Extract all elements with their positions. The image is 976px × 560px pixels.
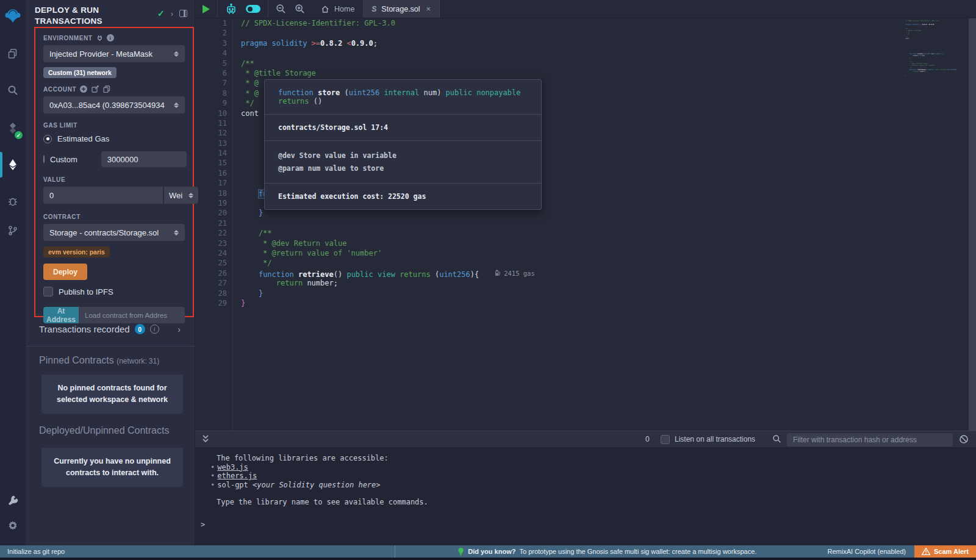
scam-alert-button[interactable]: Scam Alert	[914, 545, 976, 558]
git-icon[interactable]	[0, 218, 26, 243]
code-token: return	[913, 71, 919, 73]
code-token: store	[318, 88, 344, 97]
code-line[interactable]: 25 */	[241, 258, 967, 268]
copy-account-icon[interactable]	[103, 85, 110, 93]
value-unit-select[interactable]: Wei	[164, 187, 198, 204]
clear-terminal-icon[interactable]	[959, 434, 969, 447]
code-token: public	[936, 53, 941, 55]
line-number: 23	[195, 239, 227, 248]
account-select[interactable]: 0xA03...85ac4 (0.398673504934	[43, 96, 185, 113]
custom-gas-input[interactable]	[101, 151, 187, 167]
code-line[interactable]: 23 * @dev Return value	[241, 239, 967, 248]
code-line[interactable]: 28 }	[241, 289, 967, 298]
debugger-icon[interactable]	[0, 189, 26, 214]
code-token: pragma solidity	[905, 24, 920, 26]
terminal-prompt[interactable]: >	[201, 520, 205, 529]
terminal-toolbar: 0 Listen on all transactions	[195, 431, 976, 447]
value-input[interactable]	[43, 187, 163, 204]
code-token: }	[241, 299, 245, 307]
active-plugin-indicator	[0, 152, 2, 178]
code-token: returns	[939, 69, 946, 71]
code-token: uint256	[948, 69, 955, 71]
code-editor[interactable]: 1// SPDX-License-Identifier: GPL-3.023pr…	[195, 18, 976, 431]
ai-copilot-toggle[interactable]	[246, 5, 260, 13]
plugin-manager-icon[interactable]	[0, 488, 26, 512]
editor-minimap[interactable]: // SPDX-License-Identifier: GPL-3.0pragm…	[905, 20, 964, 130]
code-token: 0.9.0	[351, 39, 373, 48]
terminal-tx-count: 0	[645, 435, 650, 443]
settings-icon[interactable]	[0, 514, 26, 538]
zoom-out-icon[interactable]	[276, 4, 286, 14]
code-token	[241, 279, 276, 287]
environment-info-icon[interactable]: i	[107, 34, 114, 41]
terminal-search-icon[interactable]	[772, 434, 781, 446]
deploy-run-icon[interactable]	[0, 153, 26, 177]
panel-layout-icon[interactable]	[179, 10, 187, 17]
library-link[interactable]: ethers.js	[217, 472, 257, 480]
code-token	[241, 190, 259, 198]
line-number: 29	[195, 298, 227, 308]
bottom-strip	[0, 558, 976, 560]
code-token: internal	[384, 88, 419, 97]
close-tab-icon[interactable]: ×	[426, 4, 431, 13]
run-script-icon[interactable]	[203, 5, 210, 13]
listen-all-checkbox[interactable]	[661, 435, 670, 444]
plug-icon[interactable]	[96, 35, 103, 41]
solidity-compiler-icon[interactable]: ✓	[0, 116, 26, 140]
environment-select[interactable]: Injected Provider - MetaMask	[43, 45, 185, 62]
code-token: number;	[919, 71, 927, 73]
terminal-text-row: •sol-gpt <your Solidity question here>	[195, 481, 976, 490]
code-line[interactable]: 1// SPDX-License-Identifier: GPL-3.0	[241, 18, 967, 28]
zoom-in-icon[interactable]	[295, 4, 305, 14]
deployed-contracts-empty: Currently you have no unpinned contracts…	[41, 448, 183, 487]
contract-select[interactable]: Storage - contracts/Storage.sol	[43, 224, 185, 241]
line-number: 25	[195, 258, 227, 268]
chevron-updown-icon	[188, 193, 193, 198]
tab-storage-sol[interactable]: S Storage.sol ×	[363, 0, 440, 18]
file-explorer-icon[interactable]	[0, 41, 26, 66]
code-line[interactable]: 26 function retrieve() public view retur…	[241, 268, 967, 278]
publish-ipfs-checkbox[interactable]	[43, 287, 53, 296]
code-line[interactable]: 29}	[241, 298, 967, 308]
editor-scrollbar[interactable]	[969, 18, 976, 431]
transactions-info-icon[interactable]: i	[150, 325, 159, 334]
code-line[interactable]: 22 /**	[241, 228, 967, 238]
transactions-expand-icon[interactable]: ›	[178, 325, 181, 334]
terminal-output[interactable]: The following libraries are accessible:•…	[195, 447, 976, 545]
at-address-button[interactable]: At Address	[43, 307, 79, 323]
chevron-updown-icon	[174, 230, 179, 235]
code-line[interactable]: 3pragma solidity >=0.8.2 <0.9.0;	[241, 38, 967, 48]
warning-triangle-icon	[922, 548, 930, 555]
estimated-gas-option[interactable]: Estimated Gas	[43, 134, 185, 143]
custom-gas-radio[interactable]	[43, 155, 45, 163]
code-line[interactable]: 2	[241, 28, 967, 38]
search-icon[interactable]	[0, 78, 26, 102]
terminal-filter-input[interactable]	[787, 433, 953, 447]
code-line[interactable]: 6 * @title Storage	[241, 68, 967, 78]
code-line[interactable]: 21	[241, 218, 967, 228]
remix-logo-icon[interactable]	[0, 5, 26, 27]
chevron-right-icon[interactable]: ›	[171, 9, 173, 18]
code-line[interactable]: 5/**	[241, 59, 967, 68]
code-line[interactable]: 27 return number;	[241, 278, 967, 288]
git-init-button[interactable]: Initialize as git repo	[0, 545, 395, 558]
did-you-know-tip: Did you know? To prototype using the Gno…	[395, 548, 819, 556]
publish-ipfs-row[interactable]: Publish to IPFS	[43, 287, 185, 296]
tab-home[interactable]: Home	[312, 0, 363, 18]
library-link[interactable]: web3.js	[217, 463, 248, 472]
estimated-gas-radio[interactable]	[43, 135, 52, 143]
copilot-status[interactable]: RemixAI Copilot (enabled)	[819, 548, 914, 555]
code-line[interactable]: 4	[241, 48, 967, 58]
add-account-icon[interactable]	[80, 85, 87, 93]
deploy-button[interactable]: Deploy	[43, 264, 87, 280]
ai-robot-icon[interactable]	[225, 3, 237, 15]
code-token: retrieve	[298, 270, 334, 278]
code-line[interactable]: 24 * @return value of 'number'	[241, 248, 967, 258]
line-number: 12	[195, 128, 227, 138]
code-token: * @	[241, 89, 259, 98]
edit-account-icon[interactable]	[92, 85, 99, 93]
custom-gas-option[interactable]: Custom	[43, 151, 185, 167]
pinned-contracts-empty: No pinned contracts found for selected w…	[41, 375, 183, 414]
terminal-collapse-icon[interactable]	[201, 434, 210, 447]
at-address-input[interactable]	[79, 307, 185, 323]
